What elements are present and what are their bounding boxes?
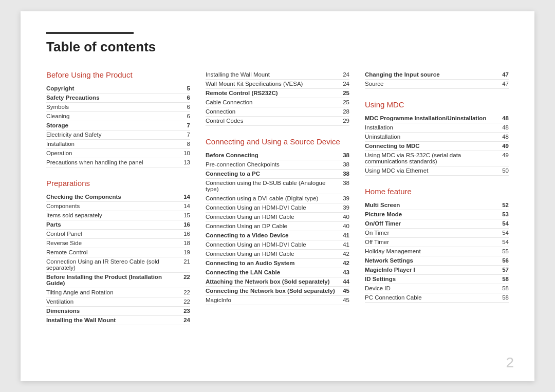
toc-entry-num: 22	[180, 298, 190, 305]
toc-entry-label: Changing the Input source	[365, 71, 498, 78]
columns-wrapper: Before Using the ProductCopyright5Safety…	[46, 70, 509, 325]
toc-entry: Installing the Wall Mount24	[206, 70, 349, 80]
toc-entry: Items sold separately15	[46, 211, 190, 220]
toc-entry: Device ID58	[365, 284, 509, 293]
toc-entry-num: 25	[339, 99, 349, 105]
toc-entry-num: 29	[339, 118, 349, 124]
toc-entry: Installation8	[46, 140, 190, 149]
toc-entry-label: Wall Mount Kit Specifications (VESA)	[206, 81, 339, 87]
toc-entry-num: 40	[339, 223, 349, 229]
section-heading: Using MDC	[365, 100, 509, 109]
toc-entry-label: Storage	[46, 122, 180, 128]
toc-entry-num: 50	[498, 167, 509, 174]
toc-entry-num: 18	[180, 240, 190, 246]
col-2: Installing the Wall Mount24Wall Mount Ki…	[206, 70, 349, 325]
toc-entry-num: 52	[498, 202, 509, 208]
toc-entry-label: Connection Using an HDMI-DVI Cable	[206, 204, 339, 211]
toc-entry: Connecting the LAN Cable43	[206, 268, 349, 277]
toc-entry: Cleaning6	[46, 112, 190, 121]
toc-entry-label: Connection using a DVI cable (Digital ty…	[206, 195, 339, 201]
toc-entry: PC Connection Cable58	[365, 293, 509, 303]
toc-entry-label: On Timer	[365, 230, 498, 236]
toc-entry-label: Installing the Wall Mount	[206, 71, 339, 78]
toc-entry-label: Device ID	[365, 285, 498, 291]
toc-entry-num: 21	[180, 258, 190, 265]
toc-entry: Cable Connection25	[206, 98, 349, 107]
toc-entry-label: Cable Connection	[206, 99, 339, 105]
toc-entry-num: 28	[339, 108, 349, 115]
toc-entry-num: 45	[339, 288, 349, 294]
toc-entry-num: 42	[339, 260, 349, 266]
toc-entry-num: 38	[339, 180, 349, 186]
toc-entry: On Timer54	[365, 229, 509, 238]
title-bar	[46, 32, 134, 34]
toc-entry: Connection Using an HDMI Cable42	[206, 250, 349, 259]
toc-entry-label: Cleaning	[46, 113, 180, 119]
toc-entry-num: 44	[339, 278, 349, 285]
toc-entry-num: 22	[180, 274, 190, 280]
toc-entry: Using MDC via Ethernet50	[365, 166, 509, 176]
toc-entry-num: 41	[339, 232, 349, 238]
toc-entry: Attaching the Network box (Sold separate…	[206, 277, 349, 287]
toc-entry: Tilting Angle and Rotation22	[46, 288, 190, 297]
toc-entry-num: 5	[180, 85, 190, 91]
toc-entry: Changing the Input source47	[365, 70, 509, 80]
section-heading: Connecting and Using a Source Device	[206, 137, 349, 146]
toc-entry-label: Connecting the LAN Cable	[206, 269, 339, 275]
toc-entry-num: 24	[339, 81, 349, 87]
toc-entry-label: Control Codes	[206, 118, 339, 124]
toc-entry-label: Attaching the Network box (Sold separate…	[206, 278, 339, 285]
toc-entry: Before Installing the Product (Installat…	[46, 273, 190, 288]
toc-entry: Copyright5	[46, 84, 190, 94]
toc-entry-label: Symbols	[46, 104, 180, 110]
toc-entry-num: 19	[180, 249, 190, 255]
page-number: 2	[506, 354, 514, 371]
toc-entry-num: 53	[498, 211, 509, 217]
toc-entry-label: Reverse Side	[46, 240, 180, 246]
toc-entry-num: 16	[180, 231, 190, 237]
toc-entry-label: Using MDC via Ethernet	[365, 167, 498, 174]
toc-entry: Network Settings56	[365, 256, 509, 266]
toc-entry-num: 25	[339, 90, 349, 96]
page: Table of contents Before Using the Produ…	[21, 11, 534, 381]
toc-entry-label: Remote Control	[46, 249, 180, 255]
toc-entry: Connecting to MDC49	[365, 142, 509, 151]
toc-entry-num: 39	[339, 204, 349, 211]
toc-entry-label: Connection using the D-SUB cable (Analog…	[206, 180, 339, 192]
toc-entry: Holiday Management55	[365, 247, 509, 256]
toc-entry: Checking the Components14	[46, 193, 190, 202]
toc-entry-label: Items sold separately	[46, 212, 180, 218]
toc-entry-num: 38	[339, 161, 349, 167]
toc-entry-label: Connecting to a Video Device	[206, 232, 339, 238]
toc-entry: Connection Using an HDMI-DVI Cable39	[206, 203, 349, 213]
toc-entry-num: 49	[498, 143, 509, 149]
toc-entry-num: 49	[498, 152, 509, 158]
toc-entry-num: 58	[498, 285, 509, 291]
toc-entry-label: Connection	[206, 108, 339, 115]
toc-entry: Remote Control (RS232C)25	[206, 89, 349, 98]
toc-entry-num: 43	[339, 269, 349, 275]
toc-entry-num: 10	[180, 150, 190, 156]
toc-entry-num: 56	[498, 257, 509, 264]
toc-entry: Using MDC via RS-232C (serial data commu…	[365, 151, 509, 166]
toc-entry: Connection using a DVI cable (Digital ty…	[206, 194, 349, 203]
toc-entry-label: Components	[46, 203, 180, 209]
toc-entry-label: Multi Screen	[365, 202, 498, 208]
toc-entry-label: Parts	[46, 221, 180, 228]
toc-entry-num: 8	[180, 141, 190, 147]
toc-entry: Safety Precautions6	[46, 94, 190, 103]
toc-entry-num: 7	[180, 132, 190, 138]
toc-entry-num: 22	[180, 289, 190, 295]
toc-entry-num: 54	[498, 220, 509, 227]
toc-entry: Control Panel16	[46, 230, 190, 239]
toc-entry-num: 54	[498, 230, 509, 236]
toc-entry-label: On/Off Timer	[365, 220, 498, 227]
toc-entry-num: 47	[498, 71, 509, 78]
toc-entry-num: 6	[180, 113, 190, 119]
toc-entry-label: ID Settings	[365, 276, 498, 282]
toc-entry-num: 24	[180, 317, 190, 323]
toc-entry-num: 13	[180, 159, 190, 165]
toc-entry: Installation48	[365, 123, 509, 133]
toc-entry: MagicInfo Player I57	[365, 266, 509, 275]
toc-entry: Connection Using an DP Cable40	[206, 222, 349, 231]
